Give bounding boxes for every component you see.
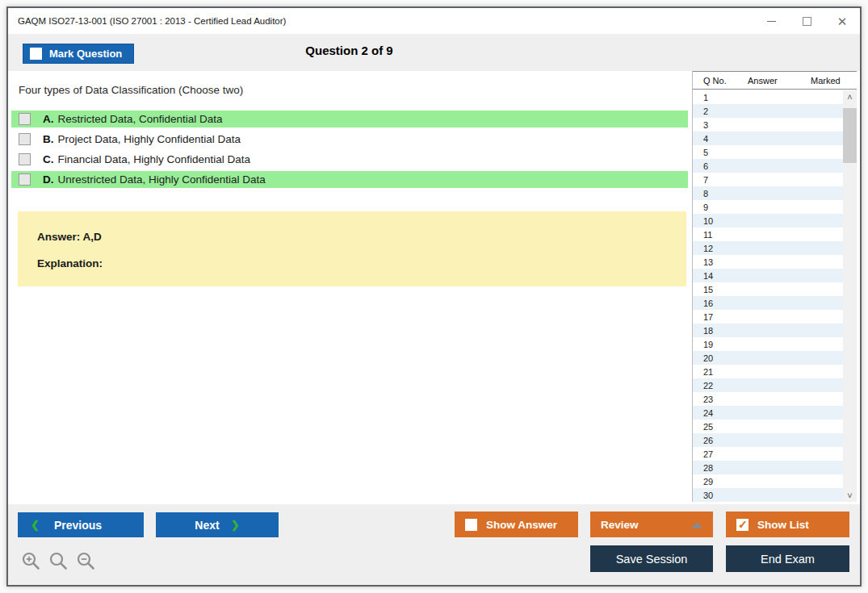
next-label: Next xyxy=(195,519,219,532)
scroll-down-icon[interactable]: ˅ xyxy=(843,489,857,502)
option-letter: B. xyxy=(43,133,54,145)
question-list-scrollbar[interactable]: ˄ ˅ xyxy=(843,90,857,502)
question-number: 4 xyxy=(703,134,708,144)
question-number: 21 xyxy=(703,367,713,377)
previous-button[interactable]: ❮ Previous xyxy=(18,512,144,537)
question-list-row[interactable]: 1 xyxy=(693,90,843,104)
option-checkbox[interactable] xyxy=(19,133,31,145)
question-list-row[interactable]: 18 xyxy=(693,324,843,337)
minimize-icon xyxy=(767,21,776,22)
zoom-reset-icon[interactable] xyxy=(48,551,69,571)
answer-text: Answer: A,D xyxy=(37,231,686,243)
title-bar: GAQM ISO27-13-001 (ISO 27001 : 2013 - Ce… xyxy=(8,8,860,34)
question-list-row[interactable]: 10 xyxy=(693,214,843,228)
show-answer-label: Show Answer xyxy=(486,519,557,531)
option-row-b[interactable]: B.Project Data, Highly Confidential Data xyxy=(11,131,688,148)
show-list-label: Show List xyxy=(757,519,809,531)
question-list-row[interactable]: 9 xyxy=(693,200,843,214)
option-text: Project Data, Highly Confidential Data xyxy=(58,133,241,145)
question-number: 25 xyxy=(703,422,713,432)
question-list-row[interactable]: 19 xyxy=(693,337,843,351)
zoom-out-icon[interactable] xyxy=(76,551,96,571)
question-list-row[interactable]: 21 xyxy=(693,365,843,378)
question-list-row[interactable]: 5 xyxy=(693,145,843,159)
question-list-rows: 1234567891011121314151617181920212223242… xyxy=(693,90,843,502)
question-number: 8 xyxy=(703,189,708,198)
option-row-d[interactable]: D.Unrestricted Data, Highly Confidential… xyxy=(11,171,688,188)
question-list-row[interactable]: 28 xyxy=(693,461,843,474)
review-button[interactable]: Review xyxy=(590,512,713,537)
question-list-header: Q No. Answer Marked xyxy=(693,71,857,90)
question-list-row[interactable]: 29 xyxy=(693,474,843,488)
option-letter: C. xyxy=(43,153,54,165)
save-session-label: Save Session xyxy=(616,553,688,566)
option-letter: A. xyxy=(43,113,54,125)
question-area: Four types of Data Classification (Choos… xyxy=(8,71,693,504)
question-list-panel: Q No. Answer Marked 12345678910111213141… xyxy=(692,71,857,502)
end-exam-button[interactable]: End Exam xyxy=(726,545,849,572)
show-list-checkbox[interactable] xyxy=(736,519,748,531)
question-list-row[interactable]: 6 xyxy=(693,159,843,173)
question-list-row[interactable]: 27 xyxy=(693,447,843,461)
question-number: 5 xyxy=(703,148,708,157)
question-number: 12 xyxy=(703,244,713,253)
question-list-row[interactable]: 14 xyxy=(693,269,843,282)
triangle-up-icon xyxy=(691,522,702,528)
question-list-row[interactable]: 8 xyxy=(693,186,843,200)
question-number: 7 xyxy=(703,175,708,185)
maximize-icon xyxy=(803,17,811,26)
question-number: 17 xyxy=(703,312,713,322)
question-number: 28 xyxy=(703,463,713,473)
question-number: 29 xyxy=(703,477,713,487)
show-answer-checkbox[interactable] xyxy=(465,519,477,531)
scroll-thumb[interactable] xyxy=(843,108,857,163)
column-header-answer: Answer xyxy=(748,76,778,86)
maximize-button[interactable] xyxy=(789,8,824,34)
save-session-button[interactable]: Save Session xyxy=(590,545,713,572)
show-answer-button[interactable]: Show Answer xyxy=(455,512,578,537)
question-list-row[interactable]: 16 xyxy=(693,296,843,310)
question-number: 10 xyxy=(703,216,713,226)
next-button[interactable]: Next ❯ xyxy=(156,512,279,537)
end-exam-label: End Exam xyxy=(761,553,815,566)
option-checkbox[interactable] xyxy=(19,113,31,125)
question-list-row[interactable]: 22 xyxy=(693,378,843,392)
zoom-in-icon[interactable] xyxy=(21,551,41,571)
question-list-row[interactable]: 2 xyxy=(693,104,843,118)
question-list-row[interactable]: 3 xyxy=(693,118,843,132)
show-list-button[interactable]: Show List xyxy=(726,512,849,537)
question-list-row[interactable]: 7 xyxy=(693,173,843,186)
question-list-row[interactable]: 4 xyxy=(693,132,843,145)
question-number: 2 xyxy=(703,106,708,116)
question-number: 11 xyxy=(703,230,712,240)
minimize-button[interactable] xyxy=(753,8,789,34)
question-list-row[interactable]: 20 xyxy=(693,351,843,365)
column-header-marked: Marked xyxy=(811,76,841,86)
option-row-c[interactable]: C.Financial Data, Highly Confidential Da… xyxy=(11,151,688,168)
option-checkbox[interactable] xyxy=(19,173,31,186)
review-label: Review xyxy=(601,519,639,531)
close-button[interactable]: ✕ xyxy=(824,8,860,34)
app-window: GAQM ISO27-13-001 (ISO 27001 : 2013 - Ce… xyxy=(6,6,862,587)
question-number: 6 xyxy=(703,161,708,171)
question-list-row[interactable]: 15 xyxy=(693,282,843,296)
question-list-row[interactable]: 24 xyxy=(693,406,843,420)
window-controls: ✕ xyxy=(753,8,860,34)
question-list-row[interactable]: 25 xyxy=(693,420,843,433)
scroll-up-icon[interactable]: ˄ xyxy=(843,90,857,103)
option-checkbox[interactable] xyxy=(19,153,31,165)
question-list-row[interactable]: 11 xyxy=(693,228,843,241)
question-number: 9 xyxy=(703,203,708,212)
question-list-row[interactable]: 30 xyxy=(693,488,843,502)
question-list-row[interactable]: 23 xyxy=(693,392,843,406)
question-list-row[interactable]: 12 xyxy=(693,241,843,255)
question-number: 22 xyxy=(703,381,713,390)
option-row-a[interactable]: A.Restricted Data, Confidential Data xyxy=(11,111,688,127)
question-text: Four types of Data Classification (Choos… xyxy=(19,84,243,96)
question-list-row[interactable]: 17 xyxy=(693,310,843,324)
column-header-qno: Q No. xyxy=(703,76,727,86)
question-list-row[interactable]: 13 xyxy=(693,255,843,269)
question-list-row[interactable]: 26 xyxy=(693,433,843,447)
answer-box: Answer: A,D Explanation: xyxy=(18,211,686,286)
question-number: 13 xyxy=(703,257,713,267)
